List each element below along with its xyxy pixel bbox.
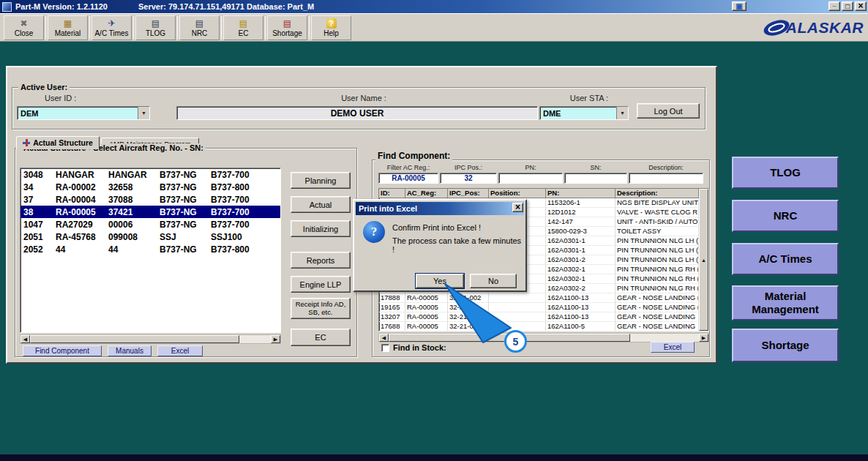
aircraft-row[interactable]: 38RA-0000537421B737-NGB737-700 [20, 206, 280, 218]
aircraft-cell: RA27029 [56, 220, 108, 230]
component-grid-vscrollbar[interactable] [699, 189, 708, 331]
component-row[interactable]: 17688RA-0000532-21-00162A1100-5GEAR - NO… [379, 322, 708, 331]
scroll-right-icon[interactable] [699, 334, 708, 342]
nrc-icon [193, 18, 206, 29]
grid-cell: 32-21-00 [448, 303, 489, 312]
grid-cell: 13207 [379, 312, 405, 322]
aircraft-cell: RA-00004 [56, 195, 108, 205]
scroll-up-icon[interactable] [699, 189, 708, 331]
component-row[interactable]: 17888RA-0000532-21-002162A1100-13GEAR - … [379, 293, 708, 303]
toolbar-shortage-button[interactable]: Shortage [267, 15, 307, 40]
grid-cell: 32-21-00 [448, 322, 489, 331]
dialog-close-icon[interactable] [512, 203, 523, 212]
grid-column-header[interactable]: AC_Reg: [405, 189, 448, 198]
aircraft-cell: 37 [23, 195, 56, 205]
grid-column-header[interactable]: Position: [489, 189, 546, 198]
restore-button[interactable] [842, 1, 853, 11]
window-controls [828, 1, 867, 11]
aircraft-list[interactable]: 3048HANGARHANGARB737-NGB737-70034RA-0000… [20, 168, 281, 333]
scrollbar-track[interactable] [239, 335, 271, 343]
help-icon [325, 18, 338, 29]
aircraft-cell: RA-00002 [56, 182, 108, 192]
aircraft-cell: 38 [23, 207, 56, 217]
scroll-left-icon[interactable] [379, 334, 389, 342]
grid-cell [489, 312, 546, 322]
excel-button-left[interactable]: Excel [157, 345, 203, 356]
shortage-icon [281, 18, 294, 29]
aircraft-row[interactable]: 20524444B737-NGB737-800 [20, 243, 280, 255]
aircraft-row[interactable]: 34RA-0000232658B737-NGB737-800 [20, 181, 280, 193]
toolbar-material-button[interactable]: Material [48, 15, 88, 40]
toolbar-close-button[interactable]: Close [4, 15, 44, 40]
aircraft-cell: B737-700 [211, 207, 274, 217]
grid-column-header[interactable]: PN: [546, 189, 616, 198]
scrollbar-track[interactable] [630, 334, 699, 342]
aircraft-cell: 3048 [23, 170, 56, 180]
toolbar-tlog-button[interactable]: TLOG [135, 15, 176, 40]
side-nrc-button[interactable]: NRC [732, 200, 839, 232]
reports-button[interactable]: Reports [291, 252, 351, 269]
grid-cell: TOILET ASSY [616, 227, 699, 236]
pn-input[interactable] [498, 173, 563, 184]
side-tlog-button[interactable]: TLOG [732, 157, 839, 189]
manuals-button[interactable]: Manuals [108, 345, 151, 356]
alaskar-logo: ALASKAR [762, 15, 864, 41]
side-material-management-button[interactable]: Material Management [732, 285, 839, 321]
aircraft-row[interactable]: 1047RA2702900006B737-NGB737-700 [20, 218, 280, 230]
scroll-left-icon[interactable] [20, 335, 30, 343]
grid-column-header[interactable]: ID: [379, 189, 405, 198]
aircraft-cell: B737-800 [211, 182, 274, 192]
component-row[interactable]: 19165RA-0000532-21-00162A1100-13GEAR - N… [379, 303, 708, 312]
sn-input[interactable] [564, 173, 627, 184]
ipc-pos-label: IPC Pos.: [440, 164, 497, 171]
chevron-down-icon[interactable] [616, 107, 628, 119]
user-id-combo[interactable]: DEM [17, 106, 150, 120]
toolbar-nrc-button[interactable]: NRC [179, 15, 220, 40]
chevron-down-icon[interactable] [138, 107, 149, 119]
window-mini-icon[interactable] [732, 1, 747, 11]
find-component-button[interactable]: Find Component [23, 345, 102, 356]
find-in-stock-checkbox[interactable] [381, 344, 389, 352]
engine-llp-button[interactable]: Engine LLP [291, 276, 351, 293]
side-ac-times-button[interactable]: A/C Times [732, 243, 839, 275]
actual-button[interactable]: Actual [291, 196, 351, 213]
component-row[interactable]: 13207RA-0000532-21-00162A1100-13GEAR - N… [379, 312, 708, 322]
grid-cell: PIN TRUNNION NLG LH ( [616, 255, 699, 265]
grid-cell: 162A1100-13 [546, 303, 616, 312]
no-button[interactable]: No [470, 274, 517, 288]
aircraft-cell: B737-700 [211, 195, 274, 205]
ipc-pos-input[interactable]: 32 [440, 173, 497, 184]
toolbar-label: Close [15, 29, 34, 37]
minimize-button[interactable] [828, 1, 840, 11]
ec-button[interactable]: EC [291, 329, 351, 346]
planning-button[interactable]: Planning [291, 172, 351, 189]
aircraft-list-hscrollbar[interactable] [20, 334, 281, 344]
scrollbar-thumb[interactable] [30, 335, 239, 343]
user-sta-combo[interactable]: DME [539, 106, 629, 120]
grid-cell [489, 303, 546, 312]
tab-actual-structure[interactable]: Actual Structure [16, 136, 100, 149]
grid-cell: VALVE - WASTE CLOG R [616, 208, 699, 217]
toolbar-ec-button[interactable]: EC [223, 15, 263, 40]
grid-column-header[interactable]: IPC_Pos: [448, 189, 489, 198]
grid-column-header[interactable]: Description: [616, 189, 699, 198]
excel-button-right[interactable]: Excel [651, 342, 695, 353]
yes-button[interactable]: Yes [416, 274, 464, 288]
tab-label: Actual Structure [33, 138, 93, 147]
toolbar-help-button[interactable]: Help [311, 15, 351, 40]
close-window-button[interactable] [855, 1, 867, 11]
toolbar-ac-times-button[interactable]: A/C Times [91, 15, 132, 40]
filter-ac-reg-input[interactable]: RA-00005 [378, 173, 438, 184]
receipt-info-button[interactable]: Receipt Info AD, SB, etc. [291, 298, 351, 319]
side-shortage-button[interactable]: Shortage [732, 329, 839, 362]
user-name-field: DEMO USER [176, 106, 538, 120]
log-out-button[interactable]: Log Out [637, 103, 700, 119]
aircraft-row[interactable]: 2051RA-45768099008SSJSSJ100 [20, 230, 280, 243]
grid-cell [489, 293, 546, 303]
initializing-button[interactable]: Initializing [291, 220, 351, 237]
dialog-title-bar[interactable]: Print into Excel [356, 202, 524, 215]
aircraft-row[interactable]: 3048HANGARHANGARB737-NGB737-700 [20, 168, 280, 181]
aircraft-row[interactable]: 37RA-0000437088B737-NGB737-700 [20, 193, 280, 206]
description-input[interactable] [629, 173, 703, 184]
scroll-right-icon[interactable] [271, 335, 280, 343]
